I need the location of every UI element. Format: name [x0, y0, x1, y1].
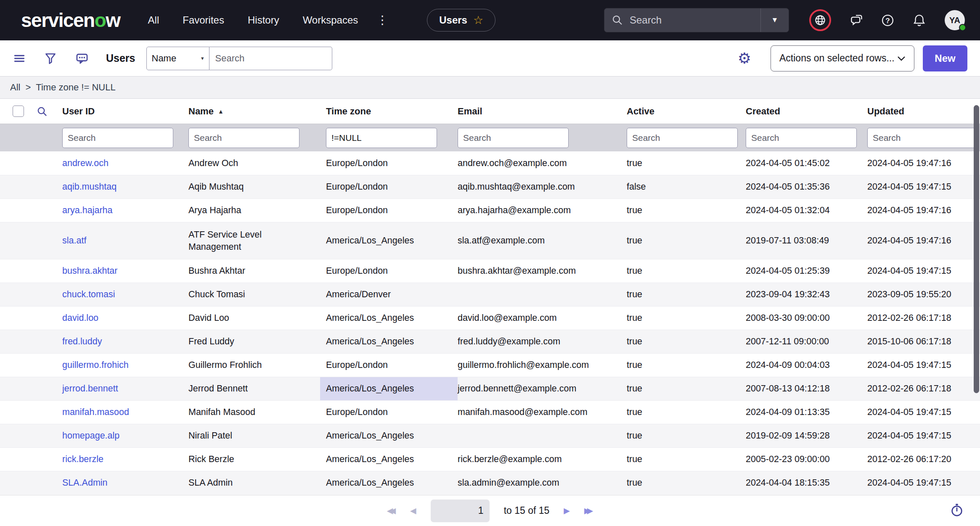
cell-time-zone[interactable]: Europe/London [326, 354, 458, 377]
user-id-link[interactable]: sla.atf [62, 235, 86, 246]
cell-user-id[interactable]: aqib.mushtaq [62, 175, 188, 198]
chat-icon[interactable] [849, 13, 863, 27]
user-id-link[interactable]: david.loo [62, 313, 98, 323]
cell-created[interactable]: 2024-04-05 01:32:04 [746, 199, 867, 222]
cell-email[interactable]: aqib.mushtaq@example.com [458, 175, 627, 198]
cell-user-id[interactable]: manifah.masood [62, 401, 188, 424]
cell-active[interactable]: true [627, 377, 746, 400]
cell-time-zone[interactable]: Europe/London [326, 259, 458, 283]
nav-all[interactable]: All [148, 14, 159, 26]
cell-time-zone[interactable]: Europe/London [326, 401, 458, 424]
cell-user-id[interactable]: arya.hajarha [62, 199, 188, 222]
select-all-checkbox[interactable] [13, 106, 24, 117]
filter-input-email[interactable] [458, 128, 569, 148]
cell-created[interactable]: 2024-04-05 01:35:36 [746, 175, 867, 198]
cell-active[interactable]: true [627, 471, 746, 494]
cell-created[interactable]: 2024-04-09 00:04:03 [746, 354, 867, 377]
cell-time-zone[interactable]: America/Los_Angeles [320, 377, 458, 400]
cell-time-zone[interactable]: Europe/London [326, 175, 458, 198]
column-header-active[interactable]: Active [627, 106, 746, 117]
cell-updated[interactable]: 2024-04-05 19:47:15 [867, 175, 980, 198]
user-id-link[interactable]: chuck.tomasi [62, 289, 115, 300]
cell-name[interactable]: David Loo [188, 307, 326, 330]
cell-name[interactable]: Andrew Och [188, 151, 326, 175]
cell-user-id[interactable]: jerrod.bennett [62, 377, 188, 400]
cell-name[interactable]: ATF Service Level Management [188, 222, 326, 259]
next-page-button[interactable]: ▶ [564, 506, 570, 515]
cell-name[interactable]: Arya Hajarha [188, 199, 326, 222]
response-time-stopwatch-icon[interactable] [950, 503, 964, 519]
cell-name[interactable]: Fred Luddy [188, 330, 326, 353]
cell-email[interactable] [458, 424, 627, 447]
cell-time-zone[interactable]: Europe/London [326, 151, 458, 175]
new-button[interactable]: New [923, 45, 967, 71]
user-avatar[interactable]: YA [945, 10, 965, 30]
cell-created[interactable]: 2007-12-11 09:00:00 [746, 330, 867, 353]
cell-name[interactable]: Bushra Akhtar [188, 259, 326, 283]
cell-created[interactable]: 2024-04-05 01:25:39 [746, 259, 867, 283]
cell-name[interactable]: Aqib Mushtaq [188, 175, 326, 198]
user-id-link[interactable]: rick.berzle [62, 454, 103, 465]
global-search-input[interactable]: Search ▼ [604, 8, 789, 32]
cell-created[interactable]: 2023-09-04 19:32:43 [746, 283, 867, 306]
vertical-scrollbar-thumb[interactable] [974, 105, 979, 393]
cell-email[interactable]: sla.admin@example.com [458, 471, 627, 494]
cell-name[interactable]: Chuck Tomasi [188, 283, 326, 306]
cell-user-id[interactable]: sla.atf [62, 222, 188, 259]
cell-name[interactable]: Nirali Patel [188, 424, 326, 447]
filter-input-updated[interactable] [867, 128, 978, 148]
first-page-button[interactable]: ◀◀ [387, 506, 396, 515]
cell-user-id[interactable]: fred.luddy [62, 330, 188, 353]
column-header-name[interactable]: Name▲ [188, 106, 326, 117]
globe-language-icon[interactable] [809, 9, 831, 31]
last-page-button[interactable]: ▶▶ [584, 506, 593, 515]
cell-email[interactable]: sla.atf@example.com [458, 222, 627, 259]
current-tab-users[interactable]: Users ☆ [427, 9, 495, 32]
cell-updated[interactable]: 2015-10-06 06:17:18 [867, 330, 980, 353]
user-id-link[interactable]: fred.luddy [62, 336, 102, 347]
cell-user-id[interactable]: homepage.alp [62, 424, 188, 447]
user-id-link[interactable]: SLA.Admin [62, 478, 108, 488]
cell-time-zone[interactable]: America/Los_Angeles [326, 424, 458, 447]
search-scope-dropdown[interactable]: ▼ [761, 16, 789, 24]
column-header-created[interactable]: Created [746, 106, 867, 117]
page-number-input[interactable] [431, 500, 490, 522]
cell-updated[interactable]: 2012-02-26 06:17:18 [867, 377, 980, 400]
cell-active[interactable]: true [627, 199, 746, 222]
cell-name[interactable]: Rick Berzle [188, 448, 326, 471]
user-id-link[interactable]: homepage.alp [62, 431, 119, 441]
cell-updated[interactable]: 2024-04-05 19:47:16 [867, 151, 980, 175]
list-search-input[interactable] [209, 47, 332, 70]
previous-page-button[interactable]: ◀ [410, 506, 416, 515]
cell-created[interactable]: 2007-08-13 04:12:18 [746, 377, 867, 400]
cell-time-zone[interactable]: America/Los_Angeles [326, 222, 458, 259]
cell-active[interactable]: true [627, 307, 746, 330]
search-column-select[interactable]: Name ▾ [146, 47, 209, 70]
cell-email[interactable]: bushra.akhtar@example.com [458, 259, 627, 283]
cell-updated[interactable]: 2024-04-05 19:47:15 [867, 354, 980, 377]
list-chat-icon[interactable] [75, 51, 89, 66]
cell-user-id[interactable]: guillermo.frohich [62, 354, 188, 377]
cell-email[interactable]: fred.luddy@example.com [458, 330, 627, 353]
user-id-link[interactable]: jerrod.bennett [62, 383, 118, 394]
nav-workspaces[interactable]: Workspaces [303, 14, 358, 26]
cell-updated[interactable]: 2012-02-26 06:17:18 [867, 307, 980, 330]
breadcrumb-filter-condition[interactable]: Time zone != NULL [36, 82, 115, 93]
cell-created[interactable]: 2024-04-04 18:15:35 [746, 471, 867, 494]
cell-updated[interactable]: 2024-04-05 19:47:15 [867, 471, 980, 494]
cell-active[interactable]: true [627, 151, 746, 175]
list-menu-icon[interactable] [13, 52, 26, 65]
user-id-link[interactable]: manifah.masood [62, 407, 129, 418]
column-header-time-zone[interactable]: Time zone [326, 106, 458, 117]
cell-user-id[interactable]: chuck.tomasi [62, 283, 188, 306]
list-settings-gear-icon[interactable]: ⚙ [738, 51, 751, 66]
cell-active[interactable]: true [627, 259, 746, 283]
cell-email[interactable]: manifah.masood@example.com [458, 401, 627, 424]
cell-user-id[interactable]: andrew.och [62, 151, 188, 175]
nav-favorites[interactable]: Favorites [183, 14, 224, 26]
column-header-user-id[interactable]: User ID [62, 106, 188, 117]
cell-time-zone[interactable]: America/Los_Angeles [326, 307, 458, 330]
cell-updated[interactable]: 2024-04-05 19:47:15 [867, 401, 980, 424]
more-menu-icon[interactable]: ⋮ [376, 14, 388, 26]
cell-active[interactable]: true [627, 222, 746, 259]
